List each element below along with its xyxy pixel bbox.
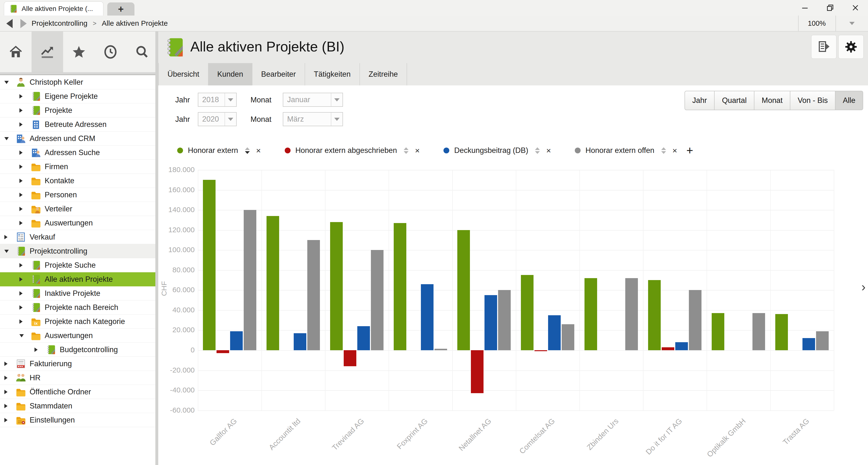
sidebar-item-verkauf[interactable]: Verkauf: [0, 230, 155, 244]
sidebar-item-personen[interactable]: Personen: [0, 188, 155, 202]
sidebar-item-auswertungen[interactable]: Auswertungen: [0, 216, 155, 230]
bar-honorar-extern[interactable]: [521, 275, 533, 350]
expand-arrow-icon[interactable]: [20, 108, 23, 113]
bar-honorar-extern-offen[interactable]: [752, 313, 765, 350]
bar-honorar-extern-abgeschrieben[interactable]: [471, 350, 484, 393]
expand-arrow-icon[interactable]: [20, 221, 23, 225]
bar-honorar-extern-offen[interactable]: [307, 240, 320, 350]
sidebar-item-auswertungen[interactable]: Auswertungen: [0, 329, 155, 343]
expand-arrow-icon[interactable]: [4, 404, 7, 408]
bar-honorar-extern[interactable]: [330, 222, 343, 350]
bar-honorar-extern-offen[interactable]: [689, 290, 702, 350]
sidebar-item-projekte-nach-kategorie[interactable]: ixProjekte nach Kategorie: [0, 314, 155, 329]
tab-kunden[interactable]: Kunden: [209, 63, 252, 86]
sidebar-item-projekte-nach-bereich[interactable]: Projekte nach Bereich: [0, 301, 155, 314]
sidebar-scrollbar[interactable]: [155, 32, 158, 465]
sidebar-item-adressen-und-crm[interactable]: Adressen und CRM: [0, 131, 155, 146]
sidebar-tool-clock[interactable]: [95, 32, 126, 72]
expand-arrow-icon[interactable]: [20, 122, 23, 127]
expand-arrow-icon[interactable]: [20, 207, 23, 211]
bar-honorar-extern[interactable]: [648, 280, 661, 350]
bar-honorar-extern[interactable]: [203, 180, 216, 350]
bar-honorar-extern-offen[interactable]: [244, 210, 256, 350]
bar-honorar-extern-offen[interactable]: [434, 349, 447, 350]
restore-button[interactable]: [817, 0, 843, 16]
collapse-arrow-icon[interactable]: [20, 334, 24, 337]
bar-honorar-extern-abgeschrieben[interactable]: [217, 350, 229, 353]
bar-honorar-extern[interactable]: [457, 230, 470, 350]
sidebar-item-öffentliche-ordner[interactable]: Öffentliche Ordner: [0, 385, 155, 399]
sidebar-item-firmen[interactable]: Firmen: [0, 160, 155, 174]
expand-arrow-icon[interactable]: [20, 305, 23, 310]
breadcrumb-item[interactable]: Alle aktiven Projekte: [102, 19, 168, 27]
sidebar-item-einstellungen[interactable]: Einstellungen: [0, 413, 155, 427]
bar-honorar-extern[interactable]: [775, 314, 788, 350]
sidebar-item-budgetcontrolling[interactable]: Budgetcontrolling: [0, 343, 155, 357]
tab-bearbeiter[interactable]: Bearbeiter: [252, 63, 305, 86]
expand-arrow-icon[interactable]: [4, 390, 7, 394]
sidebar-item-verteiler[interactable]: Verteiler: [0, 202, 155, 216]
bar-honorar-extern-abgeschrieben[interactable]: [662, 347, 674, 350]
expand-arrow-icon[interactable]: [34, 347, 38, 352]
sidebar-item-kontakte[interactable]: Kontakte: [0, 174, 155, 188]
bar-deckungsbeitrag-db-[interactable]: [230, 331, 243, 350]
sidebar-item-adressen-suche[interactable]: Adressen Suche: [0, 146, 155, 160]
expand-arrow-icon[interactable]: [4, 418, 7, 422]
expand-arrow-icon[interactable]: [4, 235, 7, 239]
bar-deckungsbeitrag-db-[interactable]: [357, 326, 370, 350]
bar-honorar-extern-offen[interactable]: [498, 290, 511, 350]
expand-arrow-icon[interactable]: [20, 179, 23, 183]
bar-deckungsbeitrag-db-[interactable]: [421, 284, 434, 350]
bar-honorar-extern-offen[interactable]: [562, 324, 574, 350]
sidebar-item-inaktive-projekte[interactable]: Inaktive Projekte: [0, 286, 155, 301]
next-page-chevron-icon[interactable]: ›: [862, 280, 866, 294]
bar-honorar-extern-abgeschrieben[interactable]: [344, 350, 356, 366]
tab-tätigkeiten[interactable]: Tätigkeiten: [305, 63, 360, 86]
expand-arrow-icon[interactable]: [20, 291, 23, 296]
bar-honorar-extern-offen[interactable]: [625, 278, 638, 350]
settings-button[interactable]: [838, 35, 864, 59]
back-button[interactable]: [6, 19, 12, 28]
tab-übersicht[interactable]: Übersicht: [158, 63, 209, 86]
new-tab-button[interactable]: +: [107, 2, 134, 16]
forward-button[interactable]: [21, 19, 27, 28]
sidebar-tool-star[interactable]: [63, 32, 95, 72]
bar-honorar-extern[interactable]: [267, 216, 279, 350]
minimize-button[interactable]: [792, 0, 817, 16]
sidebar-tool-trend[interactable]: [32, 32, 63, 72]
expand-arrow-icon[interactable]: [4, 376, 7, 380]
bar-deckungsbeitrag-db-[interactable]: [294, 333, 306, 350]
sidebar-item-stammdaten[interactable]: Stammdaten: [0, 399, 155, 413]
zoom-level[interactable]: 100%: [798, 16, 835, 31]
expand-arrow-icon[interactable]: [20, 193, 23, 197]
expand-arrow-icon[interactable]: [20, 164, 23, 169]
sidebar-tool-home[interactable]: [0, 32, 32, 72]
expand-arrow-icon[interactable]: [20, 263, 23, 268]
sidebar-item-hr[interactable]: HR: [0, 371, 155, 385]
bar-honorar-extern-offen[interactable]: [371, 250, 383, 350]
close-button[interactable]: [843, 0, 868, 16]
tab-zeitreihe[interactable]: Zeitreihe: [360, 63, 407, 86]
expand-arrow-icon[interactable]: [4, 362, 7, 366]
bar-honorar-extern[interactable]: [394, 223, 406, 350]
bar-honorar-extern-offen[interactable]: [816, 331, 829, 350]
sidebar-item-christoph-keller[interactable]: Christoph Keller: [0, 75, 155, 89]
sidebar-item-betreute-adressen[interactable]: Betreute Adressen: [0, 118, 155, 131]
bar-deckungsbeitrag-db-[interactable]: [548, 315, 561, 350]
collapse-arrow-icon[interactable]: [4, 137, 9, 140]
expand-arrow-icon[interactable]: [20, 94, 23, 98]
bar-deckungsbeitrag-db-[interactable]: [675, 342, 688, 350]
sidebar-item-projektcontrolling[interactable]: Projektcontrolling: [0, 244, 155, 258]
zoom-dropdown-button[interactable]: [835, 16, 868, 31]
document-tab[interactable]: Alle aktiven Projekte (...: [4, 1, 103, 16]
sidebar-item-alle-aktiven-projekte[interactable]: Alle aktiven Projekte: [0, 272, 155, 286]
bar-deckungsbeitrag-db-[interactable]: [485, 295, 497, 350]
sidebar-item-fakturierung[interactable]: Fakturierung: [0, 357, 155, 371]
sidebar-item-eigene-projekte[interactable]: Eigene Projekte: [0, 89, 155, 103]
bar-honorar-extern[interactable]: [712, 313, 724, 350]
expand-arrow-icon[interactable]: [20, 277, 23, 281]
breadcrumb-item[interactable]: Projektcontrolling: [32, 19, 87, 27]
bar-honorar-extern-abgeschrieben[interactable]: [534, 350, 547, 351]
sidebar-item-projekte[interactable]: Projekte: [0, 103, 155, 118]
collapse-arrow-icon[interactable]: [4, 81, 9, 84]
